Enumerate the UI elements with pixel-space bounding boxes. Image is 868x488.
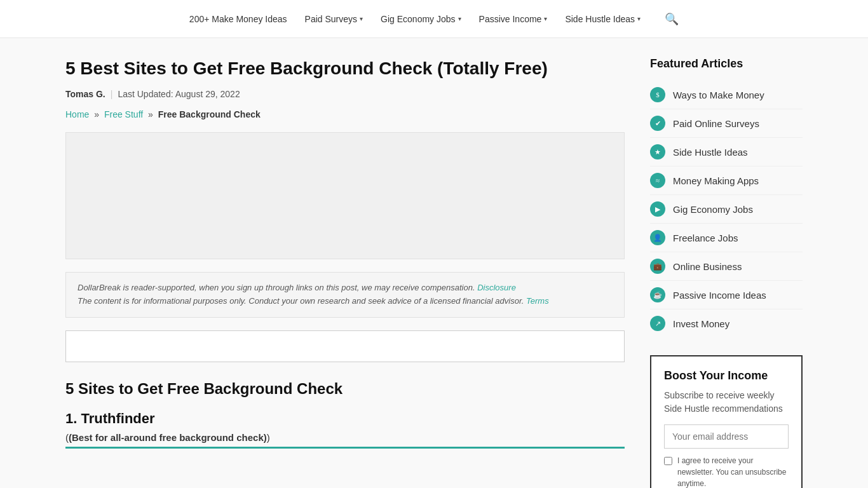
- chevron-down-icon: ▾: [637, 15, 641, 22]
- boost-title: Boost Your Income: [664, 369, 789, 383]
- disclaimer-text: DollarBreak is reader-supported, when yo…: [78, 283, 475, 292]
- meta-separator: |: [111, 89, 113, 99]
- featured-item-gig-economy-jobs[interactable]: ▶ Gig Economy Jobs: [650, 195, 803, 224]
- email-input[interactable]: [664, 424, 789, 449]
- boost-description: Subscribe to receive weekly Side Hustle …: [664, 389, 789, 416]
- feat-label: Invest Money: [673, 318, 729, 329]
- newsletter-consent-row: I agree to receive your newsletter. You …: [664, 455, 789, 488]
- sub-caption: ((Best for all-around free background ch…: [65, 432, 625, 443]
- green-underline: [65, 447, 625, 449]
- feat-label: Online Business: [673, 261, 742, 272]
- terms-link[interactable]: Terms: [526, 296, 549, 306]
- wifi-icon: ≈: [650, 173, 665, 188]
- dollar-icon: $: [650, 87, 665, 102]
- feat-label: Passive Income Ideas: [673, 290, 766, 301]
- author-name: Tomas G.: [65, 89, 105, 99]
- breadcrumb: Home » Free Stuff » Free Background Chec…: [65, 109, 625, 119]
- sidebar: Featured Articles $ Ways to Make Money ✔…: [650, 57, 803, 488]
- feat-label: Paid Online Surveys: [673, 118, 759, 129]
- briefcase-icon: 💼: [650, 259, 665, 274]
- section-heading: 5 Sites to Get Free Background Check: [65, 380, 625, 398]
- featured-item-freelance-jobs[interactable]: 👤 Freelance Jobs: [650, 224, 803, 252]
- chart-icon: ↗: [650, 316, 665, 331]
- newsletter-checkbox[interactable]: [664, 457, 672, 465]
- ad-block: [65, 132, 625, 259]
- featured-articles: Featured Articles $ Ways to Make Money ✔…: [650, 57, 803, 337]
- breadcrumb-separator2: »: [148, 109, 156, 119]
- feat-label: Ways to Make Money: [673, 90, 764, 100]
- star-icon: ★: [650, 144, 665, 159]
- feat-label: Side Hustle Ideas: [673, 147, 748, 158]
- main-content: 5 Best Sites to Get Free Background Chec…: [65, 57, 625, 488]
- chevron-down-icon: ▾: [544, 15, 547, 22]
- feat-label: Money Making Apps: [673, 175, 759, 186]
- nav-item-make-money[interactable]: 200+ Make Money Ideas: [189, 13, 287, 25]
- nav-search[interactable]: 🔍: [658, 12, 679, 26]
- featured-item-invest-money[interactable]: ↗ Invest Money: [650, 309, 803, 337]
- search-icon[interactable]: 🔍: [665, 13, 679, 25]
- feat-label: Gig Economy Jobs: [673, 204, 753, 215]
- sub-caption-text: ((Best for all-around free background ch…: [65, 432, 270, 443]
- breadcrumb-current: Free Background Check: [158, 109, 261, 119]
- featured-item-online-business[interactable]: 💼 Online Business: [650, 252, 803, 281]
- article-date: Last Updated: August 29, 2022: [118, 89, 240, 99]
- checkmark-icon: ✔: [650, 116, 665, 131]
- sub-heading: 1. Truthfinder: [65, 410, 625, 427]
- breadcrumb-separator: »: [94, 109, 102, 119]
- featured-list: $ Ways to Make Money ✔ Paid Online Surve…: [650, 81, 803, 337]
- featured-item-ways-to-make-money[interactable]: $ Ways to Make Money: [650, 81, 803, 109]
- featured-item-side-hustle-ideas[interactable]: ★ Side Hustle Ideas: [650, 138, 803, 166]
- disclaimer-box: DollarBreak is reader-supported, when yo…: [65, 272, 625, 318]
- checkbox-label: I agree to receive your newsletter. You …: [677, 455, 789, 488]
- arrow-icon: ▶: [650, 201, 665, 217]
- chevron-down-icon: ▾: [360, 15, 363, 22]
- nav-list: 200+ Make Money Ideas Paid Surveys ▾ Gig…: [189, 12, 679, 26]
- coffee-icon: ☕: [650, 287, 665, 302]
- disclosure-link[interactable]: Disclosure: [477, 283, 516, 292]
- featured-item-paid-online-surveys[interactable]: ✔ Paid Online Surveys: [650, 109, 803, 138]
- feat-label: Freelance Jobs: [673, 233, 738, 243]
- featured-item-passive-income-ideas[interactable]: ☕ Passive Income Ideas: [650, 281, 803, 309]
- featured-item-money-making-apps[interactable]: ≈ Money Making Apps: [650, 166, 803, 195]
- breadcrumb-home[interactable]: Home: [65, 109, 89, 119]
- main-nav: 200+ Make Money Ideas Paid Surveys ▾ Gig…: [0, 0, 868, 38]
- disclaimer-text2: The content is for informational purpose…: [78, 296, 524, 306]
- article-meta: Tomas G. | Last Updated: August 29, 2022: [65, 89, 625, 99]
- person-icon: 👤: [650, 230, 665, 245]
- chevron-down-icon: ▾: [458, 15, 461, 22]
- boost-box: Boost Your Income Subscribe to receive w…: [650, 355, 803, 488]
- featured-title: Featured Articles: [650, 57, 803, 71]
- nav-item-side-hustle[interactable]: Side Hustle Ideas ▾: [565, 14, 641, 24]
- nav-item-paid-surveys[interactable]: Paid Surveys ▾: [305, 14, 363, 24]
- nav-item-passive-income[interactable]: Passive Income ▾: [479, 14, 548, 24]
- nav-item-gig-economy[interactable]: Gig Economy Jobs ▾: [381, 14, 461, 24]
- article-title: 5 Best Sites to Get Free Background Chec…: [65, 57, 625, 80]
- breadcrumb-parent[interactable]: Free Stuff: [104, 109, 143, 119]
- toc-box: [65, 330, 625, 362]
